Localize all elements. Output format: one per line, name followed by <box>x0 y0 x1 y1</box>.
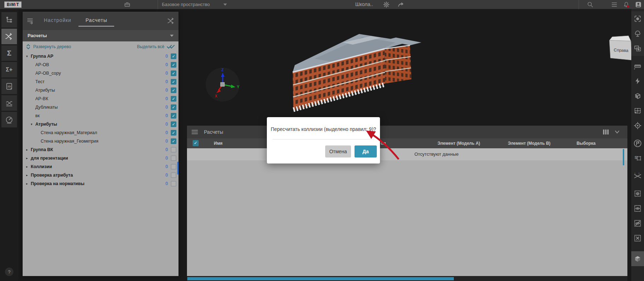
clear-selection-tool[interactable] <box>631 231 644 246</box>
chevron-down-icon[interactable] <box>615 130 620 134</box>
tree-expand-arrow-icon[interactable]: ▸ <box>26 148 31 151</box>
tree-row[interactable]: ▾ Группа АР 0 ✓ <box>23 52 178 61</box>
columns-icon[interactable] <box>603 129 609 135</box>
locate-tool[interactable] <box>631 118 644 133</box>
isolate-selection-tool[interactable] <box>631 41 644 56</box>
section-box-tool[interactable] <box>631 88 644 103</box>
gauge-tool[interactable] <box>1 112 17 127</box>
measure-tool[interactable] <box>631 59 644 74</box>
tree-row[interactable]: ▸ Проверка на нормативы 0 <box>23 179 178 188</box>
list-menu-icon[interactable] <box>611 1 618 8</box>
notifications-bell-icon[interactable] <box>623 1 630 8</box>
tree-row[interactable]: вк 0 ✓ <box>23 111 178 120</box>
horizontal-scrollbar-track[interactable] <box>187 276 627 281</box>
column-occluded-fragment[interactable]: ол <box>381 141 386 146</box>
select-all-link[interactable]: Выделить всё <box>137 44 164 49</box>
help-button[interactable]: ? <box>5 268 13 276</box>
building-model[interactable] <box>290 26 423 113</box>
tree-item-checkbox[interactable] <box>171 164 176 170</box>
tree-item-checkbox[interactable]: ✓ <box>171 62 176 68</box>
floorplan-tool[interactable] <box>631 103 644 118</box>
double-check-icon[interactable] <box>166 44 175 49</box>
tree-item-checkbox[interactable] <box>171 172 176 178</box>
tree-row[interactable]: ▾ Атрибуты 0 ✓ <box>23 120 178 128</box>
tree-item-checkbox[interactable]: ✓ <box>171 113 176 119</box>
show-object-tool[interactable] <box>631 186 644 201</box>
flag-tool[interactable] <box>631 136 644 151</box>
environment-tool[interactable] <box>631 26 644 41</box>
cancel-button[interactable]: Отмена <box>325 145 351 157</box>
table-scrollbar-thumb[interactable] <box>623 149 624 165</box>
tree-item-checkbox[interactable]: ✓ <box>171 87 176 93</box>
tree-expand-arrow-icon[interactable]: ▸ <box>26 173 31 177</box>
tree-row[interactable]: Дубликаты 0 ✓ <box>23 103 178 111</box>
tree-expand-arrow-icon[interactable]: ▾ <box>31 122 35 126</box>
workspace-caret-icon[interactable] <box>223 4 227 6</box>
tree-row[interactable]: АР-ОВ_copy 0 ✓ <box>23 69 178 78</box>
tree-item-checkbox[interactable]: ✓ <box>171 121 176 127</box>
tree-expand-arrow-icon[interactable]: ▾ <box>26 55 31 58</box>
tree-scrollbar-thumb[interactable] <box>177 162 178 174</box>
tree-row[interactable]: Тест 0 ✓ <box>23 78 178 86</box>
tree-expand-arrow-icon[interactable]: ▸ <box>26 156 31 160</box>
settings-gear-icon[interactable] <box>383 1 390 8</box>
flash-tool[interactable] <box>631 74 644 88</box>
panel-shuffle-icon[interactable] <box>167 17 175 25</box>
tree-row[interactable]: ▸ Проверка атрибута 0 <box>23 171 178 179</box>
expand-collapse-icon[interactable] <box>26 44 30 50</box>
tree-row[interactable]: Атрибуты 0 ✓ <box>23 86 178 94</box>
show-tool[interactable] <box>631 201 644 216</box>
tree-row[interactable]: ▸ Коллизии 0 <box>23 162 178 171</box>
select-all-checkbox[interactable]: ✓ <box>193 140 199 146</box>
tab-calculations[interactable]: Расчеты <box>86 17 107 23</box>
tree-row[interactable]: Стена наружная_Материал 0 ✓ <box>23 128 178 137</box>
confirm-button[interactable]: Да <box>355 145 377 157</box>
section-collapse-caret-icon[interactable] <box>170 35 174 37</box>
tree-row[interactable]: АР-ОВ 0 ✓ <box>23 61 178 69</box>
crossing-check-tool[interactable]: 1 2 <box>631 168 644 183</box>
column-name[interactable]: Имя <box>214 141 223 146</box>
tree-item-checkbox[interactable]: ✓ <box>171 138 176 144</box>
tree-row[interactable]: ▸ для презентации 0 <box>23 154 178 162</box>
tree-row[interactable]: ▸ Группа ВК 0 <box>23 145 178 154</box>
zoom-fit-tool[interactable] <box>631 11 644 26</box>
tree-item-checkbox[interactable]: ✓ <box>171 130 176 136</box>
horizontal-scrollbar-thumb[interactable] <box>187 277 454 280</box>
tree-expand-arrow-icon[interactable]: ▸ <box>26 182 31 185</box>
view-2d-tool[interactable]: 2D <box>1 79 17 94</box>
model-view-tool[interactable] <box>631 251 644 266</box>
tree-expand-arrow-icon[interactable]: ▸ <box>26 165 31 168</box>
user-avatar-icon[interactable] <box>635 1 642 8</box>
charts-tool[interactable] <box>1 95 17 111</box>
tree-item-checkbox[interactable]: ✓ <box>171 79 176 85</box>
hamburger-icon[interactable] <box>191 128 198 136</box>
expand-tree-link[interactable]: Развернуть дерево <box>33 44 71 49</box>
selection-set-tool[interactable]: S <box>631 151 644 166</box>
tree-row[interactable]: Стена наружная_Геометрия 0 ✓ <box>23 137 178 145</box>
tree-item-checkbox[interactable]: ✓ <box>171 70 176 76</box>
tree-item-checkbox[interactable] <box>171 155 176 161</box>
hide-tool[interactable] <box>631 216 644 231</box>
tree-item-checkbox[interactable]: ✓ <box>171 104 176 110</box>
tree-item-checkbox[interactable]: ✓ <box>171 53 176 59</box>
tree-item-checkbox[interactable] <box>171 147 176 153</box>
column-element-b[interactable]: Элемент (Модель B) <box>508 141 551 146</box>
share-icon[interactable] <box>397 1 404 8</box>
app-logo[interactable]: BiMiT <box>4 1 22 8</box>
tree-row[interactable]: АР-ВК 0 ✓ <box>23 94 178 103</box>
axis-gizmo[interactable]: Z Y X <box>205 67 240 102</box>
column-selection[interactable]: Выборка <box>576 141 596 146</box>
sum-add-tool[interactable]: Σ+ <box>1 62 17 78</box>
collapse-panel-icon[interactable] <box>27 17 34 24</box>
tree-item-checkbox[interactable] <box>171 181 176 187</box>
collisions-tool[interactable] <box>1 29 17 44</box>
workspace-selector[interactable]: Базовое пространство <box>162 2 210 7</box>
search-icon[interactable] <box>587 1 594 8</box>
model-tree-tool[interactable] <box>1 12 17 28</box>
tree-item-checkbox[interactable]: ✓ <box>171 96 176 102</box>
briefcase-icon[interactable] <box>124 1 131 8</box>
sum-tool[interactable]: Σ <box>1 45 17 61</box>
column-element-a[interactable]: Элемент (Модель A) <box>438 141 480 146</box>
calculations-section-header[interactable]: Расчеты <box>23 30 178 41</box>
tab-settings[interactable]: Настройки <box>44 17 71 23</box>
